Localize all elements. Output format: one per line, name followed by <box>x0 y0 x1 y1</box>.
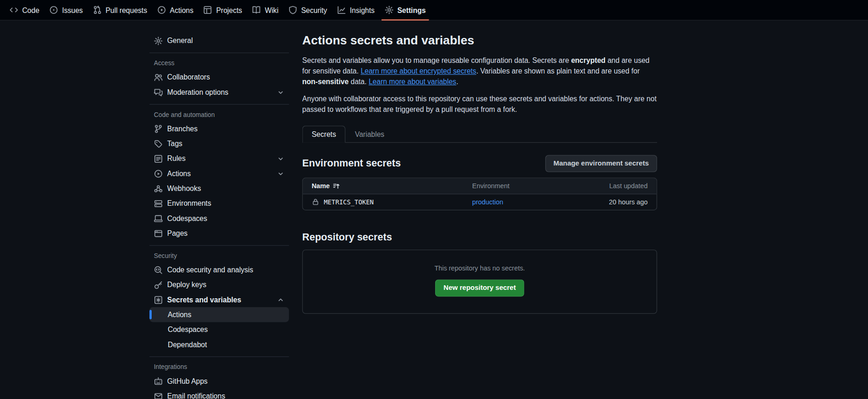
secrets-variables-tabnav: Secrets Variables <box>302 126 657 143</box>
code-icon <box>9 6 18 14</box>
sidebar-section-access: Access <box>149 60 289 66</box>
server-icon <box>154 199 163 208</box>
intro-text-segment: Secrets and variables allow you to manag… <box>302 56 571 65</box>
column-header-label: Name <box>312 182 330 190</box>
tab-variables[interactable]: Variables <box>345 126 394 143</box>
sidebar-item-actions[interactable]: Actions <box>149 166 289 181</box>
sidebar-item-label: Email notifications <box>167 391 225 399</box>
sidebar-item-pages[interactable]: Pages <box>149 226 289 240</box>
sidebar-subitem-dependabot[interactable]: Dependabot <box>149 337 289 352</box>
tab-actions[interactable]: Actions <box>153 0 198 20</box>
chevron-down-icon <box>277 170 285 178</box>
sidebar-item-deploy-keys[interactable]: Deploy keys <box>149 277 289 292</box>
link-learn-encrypted-secrets[interactable]: Learn more about encrypted secrets <box>361 67 476 75</box>
sidebar-item-github-apps[interactable]: GitHub Apps <box>149 374 289 388</box>
intro-paragraph-2: Anyone with collaborator access to this … <box>302 93 657 114</box>
tab-pull-requests[interactable]: Pull requests <box>88 0 152 20</box>
page-title: Actions secrets and variables <box>302 33 657 48</box>
sidebar-item-rules[interactable]: Rules <box>149 151 289 166</box>
sidebar-item-label: Moderation options <box>167 87 228 97</box>
sidebar-item-general[interactable]: General <box>149 33 289 48</box>
sidebar-item-branches[interactable]: Branches <box>149 121 289 136</box>
sidebar-item-collaborators[interactable]: Collaborators <box>149 70 289 85</box>
sidebar-subitem-codespaces[interactable]: Codespaces <box>149 322 289 337</box>
rules-icon <box>154 154 163 163</box>
sidebar-item-webhooks[interactable]: Webhooks <box>149 181 289 196</box>
environment-link[interactable]: production <box>472 198 503 206</box>
sidebar-item-label: Webhooks <box>167 184 201 193</box>
tab-insights[interactable]: Insights <box>332 0 379 20</box>
lock-icon <box>312 198 320 206</box>
tab-label: Settings <box>397 6 425 14</box>
sidebar-section-code-automation: Code and automation <box>149 111 289 118</box>
sidebar-item-email-notifications[interactable]: Email notifications <box>149 388 289 399</box>
secret-name: METRICS_TOKEN <box>324 198 374 206</box>
environment-secrets-header: Environment secrets Manage environment s… <box>302 155 657 172</box>
tab-code[interactable]: Code <box>5 0 44 20</box>
repository-secrets-header: Repository secrets <box>302 231 657 243</box>
sidebar-divider <box>149 356 289 357</box>
issue-opened-icon <box>49 6 58 14</box>
shield-icon <box>289 6 297 14</box>
play-circle-icon <box>154 169 163 178</box>
tab-issues[interactable]: Issues <box>45 0 87 20</box>
table-header-environment: Environment <box>463 178 562 194</box>
tab-settings[interactable]: Settings <box>380 0 430 20</box>
webhook-icon <box>154 184 163 193</box>
tab-label: Actions <box>170 6 193 14</box>
tab-security[interactable]: Security <box>284 0 332 20</box>
sidebar-item-tags[interactable]: Tags <box>149 136 289 151</box>
browser-icon <box>154 229 163 238</box>
table-header-last-updated: Last updated <box>562 178 657 194</box>
gear-icon <box>385 6 394 14</box>
tab-projects[interactable]: Projects <box>199 0 246 20</box>
sidebar-section-integrations: Integrations <box>149 363 289 370</box>
git-pull-request-icon <box>93 6 102 14</box>
sidebar-item-label: Environments <box>167 199 211 208</box>
sidebar-divider <box>149 53 289 53</box>
tab-secrets[interactable]: Secrets <box>302 126 345 143</box>
tab-label: Code <box>22 6 39 14</box>
sidebar-item-label: Secrets and variables <box>167 295 241 304</box>
sidebar-item-label: Rules <box>167 154 186 163</box>
sidebar-item-moderation-options[interactable]: Moderation options <box>149 85 289 99</box>
table-row: METRICS_TOKEN production 20 hours ago <box>303 194 657 210</box>
tab-label: Security <box>301 6 327 14</box>
sidebar-item-label: Actions <box>168 310 191 319</box>
main-content: Actions secrets and variables Secrets an… <box>302 33 657 314</box>
key-asterisk-icon <box>154 295 163 304</box>
sidebar-item-label: Actions <box>167 169 191 178</box>
chevron-down-icon <box>277 88 285 96</box>
tag-icon <box>154 139 163 148</box>
sidebar-subitem-actions-current[interactable]: Actions <box>149 307 289 322</box>
codescan-icon <box>154 265 163 274</box>
link-learn-variables[interactable]: Learn more about variables <box>369 78 456 86</box>
sidebar-item-label: Branches <box>167 124 198 133</box>
tab-label: Projects <box>216 6 242 14</box>
manage-environment-secrets-button[interactable]: Manage environment secrets <box>545 155 657 172</box>
sidebar-item-codespaces[interactable]: Codespaces <box>149 211 289 226</box>
intro-bold-non-sensitive: non-sensitive <box>302 78 349 86</box>
play-circle-icon <box>157 6 166 14</box>
sidebar-divider <box>149 104 289 104</box>
repository-secrets-heading: Repository secrets <box>302 231 657 243</box>
tab-wiki[interactable]: Wiki <box>248 0 283 20</box>
table-header-name[interactable]: Name <box>303 178 463 194</box>
sidebar-item-label: General <box>167 36 193 45</box>
new-repository-secret-button[interactable]: New repository secret <box>435 280 524 297</box>
secret-name-cell: METRICS_TOKEN <box>303 194 463 210</box>
sidebar-item-label: Pages <box>167 228 188 238</box>
comment-discussion-icon <box>154 88 163 97</box>
table-header-row: Name Environment Last updated <box>303 178 657 194</box>
chevron-up-icon <box>277 296 285 304</box>
sidebar-item-secrets-variables[interactable]: Secrets and variables <box>149 292 289 307</box>
sidebar-item-label: Tags <box>167 139 183 148</box>
sidebar-item-environments[interactable]: Environments <box>149 196 289 211</box>
intro-text-segment: . Variables are shown as plain text and … <box>476 67 640 75</box>
people-icon <box>154 73 163 81</box>
git-branch-icon <box>154 124 163 133</box>
repo-tab-bar: Code Issues Pull requests Actions Projec… <box>0 0 868 20</box>
environment-secrets-table: Name Environment Last updated <box>302 178 657 210</box>
table-body: METRICS_TOKEN production 20 hours ago <box>303 194 657 210</box>
sidebar-item-code-security[interactable]: Code security and analysis <box>149 262 289 277</box>
